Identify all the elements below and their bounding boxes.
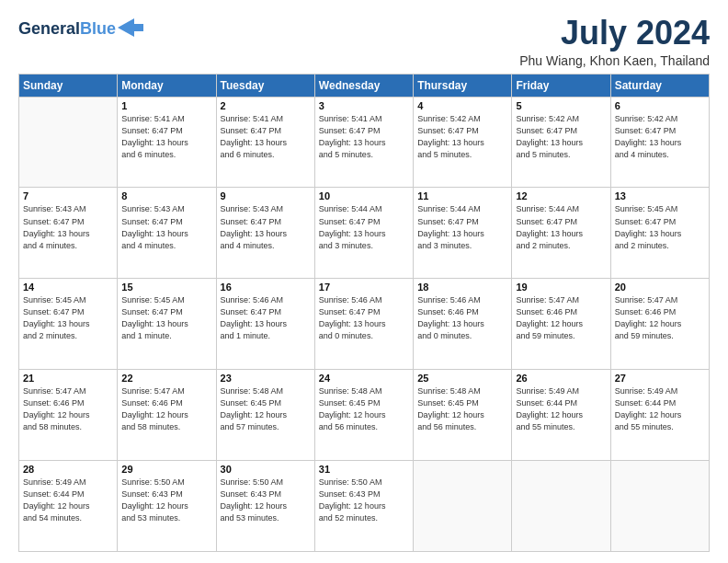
calendar-cell: 22Sunrise: 5:47 AM Sunset: 6:46 PM Dayli… <box>118 370 216 461</box>
weekday-header: Friday <box>512 74 610 97</box>
calendar-week-row: 7Sunrise: 5:43 AM Sunset: 6:47 PM Daylig… <box>19 188 710 279</box>
calendar-cell: 15Sunrise: 5:45 AM Sunset: 6:47 PM Dayli… <box>118 279 216 370</box>
calendar-cell: 23Sunrise: 5:48 AM Sunset: 6:45 PM Dayli… <box>216 370 314 461</box>
calendar-cell: 8Sunrise: 5:43 AM Sunset: 6:47 PM Daylig… <box>118 188 216 279</box>
calendar-cell: 17Sunrise: 5:46 AM Sunset: 6:47 PM Dayli… <box>314 279 413 370</box>
page-header: GeneralBlue July 2024 Phu Wiang, Khon Ka… <box>18 15 710 68</box>
day-info: Sunrise: 5:46 AM Sunset: 6:47 PM Dayligh… <box>221 294 311 342</box>
calendar-cell: 30Sunrise: 5:50 AM Sunset: 6:43 PM Dayli… <box>216 461 314 552</box>
weekday-header: Saturday <box>610 74 709 97</box>
logo-icon <box>118 15 143 40</box>
title-block: July 2024 Phu Wiang, Khon Kaen, Thailand <box>519 15 710 68</box>
weekday-header: Monday <box>118 74 216 97</box>
calendar-cell: 25Sunrise: 5:48 AM Sunset: 6:45 PM Dayli… <box>414 370 512 461</box>
calendar-week-row: 1Sunrise: 5:41 AM Sunset: 6:47 PM Daylig… <box>19 97 710 188</box>
day-info: Sunrise: 5:45 AM Sunset: 6:47 PM Dayligh… <box>23 294 113 342</box>
calendar-cell: 2Sunrise: 5:41 AM Sunset: 6:47 PM Daylig… <box>216 97 314 188</box>
calendar-cell: 19Sunrise: 5:47 AM Sunset: 6:46 PM Dayli… <box>512 279 610 370</box>
day-info: Sunrise: 5:46 AM Sunset: 6:46 PM Dayligh… <box>417 294 507 342</box>
day-info: Sunrise: 5:44 AM Sunset: 6:47 PM Dayligh… <box>417 203 507 251</box>
day-info: Sunrise: 5:48 AM Sunset: 6:45 PM Dayligh… <box>221 385 311 433</box>
location-text: Phu Wiang, Khon Kaen, Thailand <box>519 53 710 68</box>
weekday-header: Tuesday <box>216 74 314 97</box>
day-number: 15 <box>121 282 211 293</box>
calendar-cell: 12Sunrise: 5:44 AM Sunset: 6:47 PM Dayli… <box>512 188 610 279</box>
day-number: 7 <box>23 190 113 201</box>
calendar-cell: 29Sunrise: 5:50 AM Sunset: 6:43 PM Dayli… <box>118 461 216 552</box>
day-number: 13 <box>615 190 705 201</box>
day-number: 29 <box>121 464 211 475</box>
weekday-header: Sunday <box>19 74 118 97</box>
day-info: Sunrise: 5:42 AM Sunset: 6:47 PM Dayligh… <box>615 113 705 161</box>
calendar-week-row: 14Sunrise: 5:45 AM Sunset: 6:47 PM Dayli… <box>19 279 710 370</box>
calendar-cell: 13Sunrise: 5:45 AM Sunset: 6:47 PM Dayli… <box>610 188 709 279</box>
calendar-cell: 28Sunrise: 5:49 AM Sunset: 6:44 PM Dayli… <box>19 461 118 552</box>
day-number: 18 <box>417 282 507 293</box>
calendar-cell <box>512 461 610 552</box>
calendar-cell: 5Sunrise: 5:42 AM Sunset: 6:47 PM Daylig… <box>512 97 610 188</box>
calendar-cell: 20Sunrise: 5:47 AM Sunset: 6:46 PM Dayli… <box>610 279 709 370</box>
day-number: 12 <box>516 190 606 201</box>
day-number: 16 <box>221 282 311 293</box>
day-number: 31 <box>319 464 409 475</box>
calendar-cell: 24Sunrise: 5:48 AM Sunset: 6:45 PM Dayli… <box>314 370 413 461</box>
calendar-cell: 31Sunrise: 5:50 AM Sunset: 6:43 PM Dayli… <box>314 461 413 552</box>
day-info: Sunrise: 5:44 AM Sunset: 6:47 PM Dayligh… <box>516 203 606 251</box>
day-number: 30 <box>221 464 311 475</box>
day-number: 19 <box>516 282 606 293</box>
month-title: July 2024 <box>519 15 710 52</box>
calendar-cell: 21Sunrise: 5:47 AM Sunset: 6:46 PM Dayli… <box>19 370 118 461</box>
calendar-cell <box>19 97 118 188</box>
day-number: 27 <box>615 373 705 384</box>
day-number: 14 <box>23 282 113 293</box>
day-info: Sunrise: 5:47 AM Sunset: 6:46 PM Dayligh… <box>516 294 606 342</box>
day-number: 17 <box>319 282 409 293</box>
day-info: Sunrise: 5:50 AM Sunset: 6:43 PM Dayligh… <box>121 477 211 524</box>
calendar-cell: 4Sunrise: 5:42 AM Sunset: 6:47 PM Daylig… <box>414 97 512 188</box>
day-info: Sunrise: 5:46 AM Sunset: 6:47 PM Dayligh… <box>319 294 409 342</box>
day-info: Sunrise: 5:50 AM Sunset: 6:43 PM Dayligh… <box>319 477 409 524</box>
day-info: Sunrise: 5:41 AM Sunset: 6:47 PM Dayligh… <box>121 113 211 161</box>
day-info: Sunrise: 5:47 AM Sunset: 6:46 PM Dayligh… <box>615 294 705 342</box>
calendar-cell: 9Sunrise: 5:43 AM Sunset: 6:47 PM Daylig… <box>216 188 314 279</box>
calendar-cell: 11Sunrise: 5:44 AM Sunset: 6:47 PM Dayli… <box>414 188 512 279</box>
day-number: 11 <box>417 190 507 201</box>
calendar-week-row: 21Sunrise: 5:47 AM Sunset: 6:46 PM Dayli… <box>19 370 710 461</box>
day-info: Sunrise: 5:41 AM Sunset: 6:47 PM Dayligh… <box>319 113 409 161</box>
day-info: Sunrise: 5:50 AM Sunset: 6:43 PM Dayligh… <box>221 477 311 524</box>
calendar-cell: 14Sunrise: 5:45 AM Sunset: 6:47 PM Dayli… <box>19 279 118 370</box>
day-number: 6 <box>615 100 705 111</box>
calendar-cell: 27Sunrise: 5:49 AM Sunset: 6:44 PM Dayli… <box>610 370 709 461</box>
day-info: Sunrise: 5:42 AM Sunset: 6:47 PM Dayligh… <box>516 113 606 161</box>
day-number: 21 <box>23 373 113 384</box>
day-number: 22 <box>121 373 211 384</box>
day-number: 8 <box>121 190 211 201</box>
day-info: Sunrise: 5:49 AM Sunset: 6:44 PM Dayligh… <box>23 477 113 524</box>
day-number: 5 <box>516 100 606 111</box>
day-info: Sunrise: 5:47 AM Sunset: 6:46 PM Dayligh… <box>121 385 211 433</box>
calendar-cell: 1Sunrise: 5:41 AM Sunset: 6:47 PM Daylig… <box>118 97 216 188</box>
calendar-cell: 7Sunrise: 5:43 AM Sunset: 6:47 PM Daylig… <box>19 188 118 279</box>
weekday-header: Thursday <box>414 74 512 97</box>
weekday-header: Wednesday <box>314 74 413 97</box>
calendar-cell: 18Sunrise: 5:46 AM Sunset: 6:46 PM Dayli… <box>414 279 512 370</box>
day-number: 2 <box>221 100 311 111</box>
calendar-header-row: SundayMondayTuesdayWednesdayThursdayFrid… <box>19 74 710 97</box>
day-number: 20 <box>615 282 705 293</box>
day-info: Sunrise: 5:42 AM Sunset: 6:47 PM Dayligh… <box>417 113 507 161</box>
day-number: 28 <box>23 464 113 475</box>
logo: GeneralBlue <box>18 18 143 40</box>
day-info: Sunrise: 5:49 AM Sunset: 6:44 PM Dayligh… <box>516 385 606 433</box>
day-info: Sunrise: 5:43 AM Sunset: 6:47 PM Dayligh… <box>23 203 113 251</box>
day-info: Sunrise: 5:41 AM Sunset: 6:47 PM Dayligh… <box>221 113 311 161</box>
day-number: 1 <box>121 100 211 111</box>
calendar-cell <box>610 461 709 552</box>
calendar-cell: 10Sunrise: 5:44 AM Sunset: 6:47 PM Dayli… <box>314 188 413 279</box>
calendar-cell: 6Sunrise: 5:42 AM Sunset: 6:47 PM Daylig… <box>610 97 709 188</box>
day-number: 4 <box>417 100 507 111</box>
day-info: Sunrise: 5:49 AM Sunset: 6:44 PM Dayligh… <box>615 385 705 433</box>
day-info: Sunrise: 5:45 AM Sunset: 6:47 PM Dayligh… <box>121 294 211 342</box>
calendar-cell: 26Sunrise: 5:49 AM Sunset: 6:44 PM Dayli… <box>512 370 610 461</box>
day-number: 3 <box>319 100 409 111</box>
day-info: Sunrise: 5:43 AM Sunset: 6:47 PM Dayligh… <box>121 203 211 251</box>
